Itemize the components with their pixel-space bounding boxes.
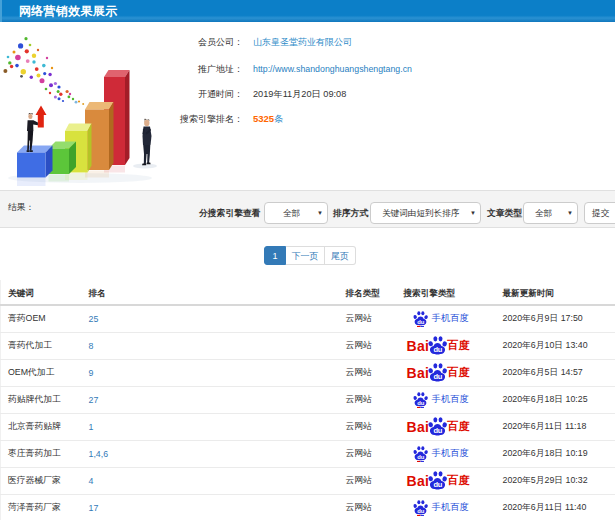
svg-text:du: du [434,480,443,489]
svg-text:du: du [417,399,424,405]
svg-text:du: du [417,319,424,325]
svg-text:du: du [434,426,443,435]
svg-text:du: du [434,372,443,381]
svg-text:du: du [417,453,424,459]
svg-text:du: du [434,345,443,354]
svg-text:du: du [417,507,424,513]
